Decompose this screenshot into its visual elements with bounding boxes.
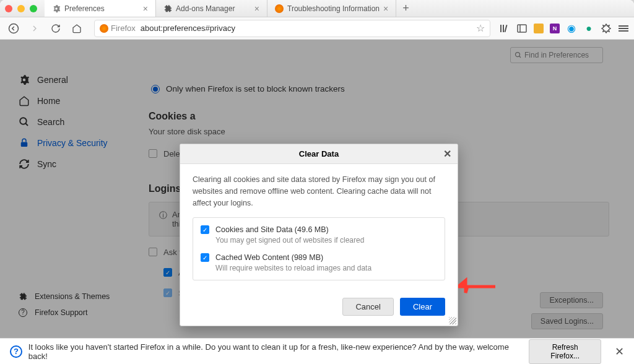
maximize-window-button[interactable] xyxy=(30,5,37,12)
checkbox-cookies-sitedata[interactable]: ✓ xyxy=(201,225,209,234)
new-tab-button[interactable]: + xyxy=(396,0,415,17)
close-dialog-button[interactable]: ✕ xyxy=(443,148,451,160)
svg-rect-2 xyxy=(503,25,504,32)
gear-icon xyxy=(52,4,61,13)
svg-rect-4 xyxy=(518,25,526,32)
sidebar-icon[interactable] xyxy=(516,23,528,34)
notification-text: It looks like you haven't started Firefo… xyxy=(28,342,523,361)
dialog-description: Clearing all cookies and site data store… xyxy=(193,174,445,209)
url-bar[interactable]: Firefox about:preferences#privacy ☆ xyxy=(94,20,490,37)
forward-button[interactable] xyxy=(26,20,43,37)
ext-icon-4[interactable]: ● xyxy=(583,23,594,34)
resize-handle[interactable] xyxy=(449,317,456,324)
ext-icon-1[interactable] xyxy=(534,24,544,33)
close-tab-icon[interactable]: × xyxy=(383,4,388,14)
svg-rect-8 xyxy=(619,30,628,32)
svg-point-0 xyxy=(9,24,19,33)
puzzle-icon xyxy=(163,4,172,13)
item-subtitle: You may get signed out of websites if cl… xyxy=(215,236,437,245)
checkbox-cached-content[interactable]: ✓ xyxy=(201,253,209,262)
menu-icon[interactable] xyxy=(618,23,629,34)
home-button[interactable] xyxy=(68,20,85,37)
close-notification-button[interactable]: ✕ xyxy=(615,345,624,358)
tab-label: Preferences xyxy=(64,4,105,13)
close-tab-icon[interactable]: × xyxy=(143,4,148,14)
clear-data-dialog: Clear Data ✕ Clearing all cookies and si… xyxy=(180,144,458,326)
close-window-button[interactable] xyxy=(5,5,12,12)
firefox-icon xyxy=(275,4,284,13)
svg-rect-6 xyxy=(619,25,628,27)
svg-rect-3 xyxy=(504,24,507,32)
tab-troubleshooting[interactable]: Troubleshooting Information × xyxy=(267,0,396,17)
svg-rect-1 xyxy=(500,25,502,32)
library-icon[interactable] xyxy=(499,23,510,34)
close-tab-icon[interactable]: × xyxy=(254,4,259,14)
ext-icon-3[interactable]: ◉ xyxy=(566,23,577,34)
clear-button[interactable]: Clear xyxy=(400,298,445,316)
url-identity: Firefox xyxy=(100,24,136,33)
notification-bar: ? It looks like you haven't started Fire… xyxy=(0,338,634,364)
url-text: about:preferences#privacy xyxy=(141,24,235,33)
tab-preferences[interactable]: Preferences × xyxy=(45,0,156,17)
help-icon: ? xyxy=(10,345,22,358)
minimize-window-button[interactable] xyxy=(17,5,25,12)
ext-icon-5[interactable] xyxy=(601,23,612,34)
tab-label: Add-ons Manager xyxy=(176,4,235,13)
titlebar: Preferences × Add-ons Manager × Troubles… xyxy=(0,0,634,17)
bookmark-star-icon[interactable]: ☆ xyxy=(476,22,485,34)
item-subtitle: Will require websites to reload images a… xyxy=(215,264,437,272)
toolbar: Firefox about:preferences#privacy ☆ N ◉ … xyxy=(0,17,634,40)
annotation-arrow xyxy=(458,277,495,296)
tab-label: Troubleshooting Information xyxy=(287,4,380,13)
item-title: Cookies and Site Data (49.6 MB) xyxy=(215,225,437,234)
refresh-firefox-button[interactable]: Refresh Firefox... xyxy=(529,339,601,364)
item-title: Cached Web Content (989 MB) xyxy=(215,253,437,262)
reload-button[interactable] xyxy=(47,20,64,37)
tab-addons[interactable]: Add-ons Manager × xyxy=(156,0,267,17)
ext-icon-2[interactable]: N xyxy=(550,24,560,33)
back-button[interactable] xyxy=(5,20,22,37)
dialog-title: Clear Data ✕ xyxy=(180,144,458,164)
cancel-button[interactable]: Cancel xyxy=(342,298,393,316)
svg-rect-7 xyxy=(619,28,628,29)
